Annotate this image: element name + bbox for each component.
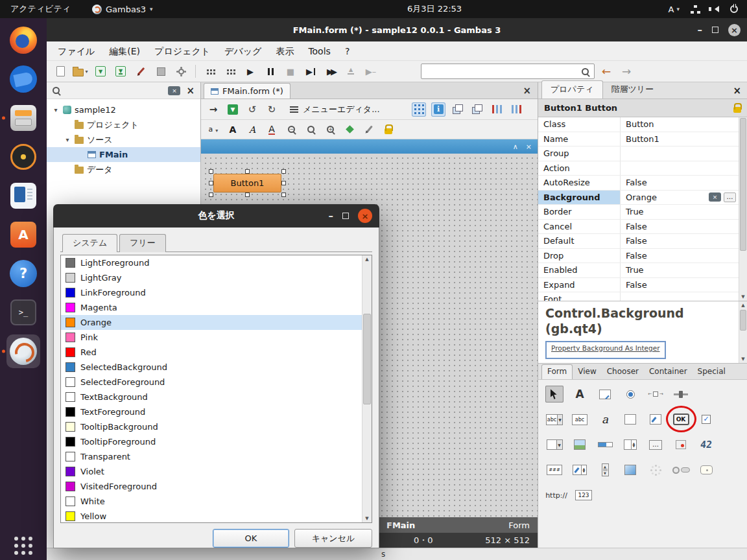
help-scrollbar[interactable] [739, 301, 747, 363]
save-form-button[interactable] [226, 102, 240, 117]
property-row[interactable]: Expand False [538, 278, 739, 293]
project-properties-button[interactable] [172, 63, 189, 80]
spacing-tool[interactable] [646, 386, 665, 402]
color-list-item[interactable]: SelectedBackground [61, 360, 362, 375]
search-icon[interactable] [582, 68, 589, 75]
valuebox-tool[interactable] [571, 461, 589, 478]
show-info-toggle[interactable]: i [431, 102, 445, 117]
nav-forward-button[interactable] [618, 63, 635, 80]
align-left-button[interactable] [490, 102, 504, 117]
scroll-down-icon[interactable] [739, 355, 747, 363]
property-row[interactable]: Name Button1 [538, 132, 739, 147]
forward-button[interactable] [322, 63, 339, 80]
panel-tab[interactable]: 階層ツリー [603, 81, 663, 99]
dock-gambas[interactable] [0, 332, 47, 371]
toolbox-tab[interactable]: Special [693, 365, 731, 379]
scrollbar-thumb[interactable] [740, 118, 746, 251]
color-list-item[interactable]: Violet [61, 464, 362, 479]
resize-handle[interactable] [281, 192, 286, 197]
property-value[interactable]: Button1 [621, 132, 739, 146]
undo-button[interactable] [245, 102, 259, 117]
color-list-item[interactable]: LightForeground [61, 255, 362, 270]
designed-form-titlebar[interactable] [201, 139, 538, 154]
property-value[interactable]: False [621, 249, 739, 263]
clear-filter-icon[interactable] [168, 86, 180, 95]
run-button[interactable] [242, 63, 259, 80]
dialog-tab[interactable]: フリー [119, 234, 166, 252]
zoom-in-button[interactable]: + [323, 122, 337, 137]
tree-root-sample12[interactable]: sample12 [47, 102, 200, 117]
button1-widget[interactable]: Button1 [213, 174, 281, 192]
tree-node[interactable]: プロジェクト [47, 117, 200, 132]
dialog-tab[interactable]: システム [62, 234, 117, 252]
selection[interactable]: Button1 [209, 169, 286, 197]
color-list-item[interactable]: Red [61, 345, 362, 360]
power-icon[interactable] [730, 5, 738, 13]
search-input[interactable] [421, 65, 582, 78]
color-list-item[interactable]: SelectedForeground [61, 375, 362, 390]
dock-terminal[interactable] [0, 293, 47, 332]
color-list-item[interactable]: Pink [61, 330, 362, 345]
color-list-item[interactable]: TextForeground [61, 404, 362, 419]
align-right-button[interactable] [509, 102, 523, 117]
menu-item[interactable]: Tools [301, 41, 338, 61]
property-value[interactable]: False [621, 176, 739, 190]
spinbox-tool[interactable] [621, 436, 639, 453]
color-list-item[interactable]: TextBackground [61, 390, 362, 404]
toolbox-tab[interactable]: Container [644, 365, 693, 379]
balloon-tool[interactable] [697, 461, 715, 478]
menu-item[interactable]: ? [338, 41, 357, 61]
bold-button[interactable]: A [226, 122, 240, 137]
dock-help[interactable] [0, 254, 47, 293]
property-value[interactable] [621, 146, 739, 161]
dock-files[interactable] [0, 99, 47, 137]
nav-back-button[interactable] [598, 63, 615, 80]
label-tool[interactable]: A [571, 386, 589, 402]
toolbox-tab[interactable]: View [573, 365, 601, 379]
spinner-tool[interactable] [646, 461, 665, 478]
progressbar-tool[interactable] [596, 436, 614, 453]
property-scrollbar[interactable] [739, 117, 747, 301]
property-row[interactable]: Font [538, 292, 739, 301]
menu-item[interactable]: 表示 [268, 41, 301, 61]
menu-editor-button[interactable]: メニューエディタ... [284, 102, 386, 117]
make-executable-button[interactable] [152, 63, 169, 80]
resize-handle[interactable] [209, 169, 213, 174]
property-value[interactable] [621, 161, 739, 176]
property-value[interactable]: False [621, 278, 739, 292]
close-button[interactable] [358, 209, 372, 223]
maskbox-tool[interactable]: ### [545, 461, 563, 478]
clear-value-icon[interactable] [709, 192, 721, 202]
stop-button[interactable] [282, 63, 299, 80]
expander-icon[interactable] [52, 106, 60, 113]
close-tab-icon[interactable] [523, 85, 531, 97]
resize-handle[interactable] [245, 169, 250, 174]
color-list-item[interactable]: Transparent [61, 449, 362, 464]
resize-handle[interactable] [281, 169, 286, 174]
save-all-button[interactable] [112, 63, 129, 80]
property-row[interactable]: Background Orange [538, 191, 739, 205]
dock-thunderbird[interactable] [0, 60, 47, 99]
minimize-button[interactable] [698, 24, 703, 36]
property-row[interactable]: Action [538, 161, 739, 176]
picturebox-tool[interactable] [571, 436, 589, 453]
scroll-up-icon[interactable] [739, 301, 747, 309]
combobox-edit-tool[interactable]: abc [545, 411, 563, 428]
save-project-button[interactable] [92, 63, 109, 80]
scrollbar-thumb[interactable] [740, 310, 746, 331]
more-button[interactable] [724, 192, 736, 202]
tree-node[interactable]: FMain [47, 147, 200, 162]
search-icon[interactable] [53, 87, 60, 94]
maximize-button[interactable] [342, 213, 349, 219]
color-list-item[interactable]: Orange [61, 315, 362, 330]
zoom-reset-button[interactable] [303, 122, 318, 137]
property-row[interactable]: Group [538, 146, 739, 161]
open-project-button[interactable] [72, 63, 89, 80]
radiobutton-tool[interactable] [621, 386, 639, 402]
finish-button[interactable] [342, 63, 359, 80]
menu-item[interactable]: 編集(E) [102, 41, 147, 61]
property-row[interactable]: Drop False [538, 249, 739, 264]
color-list-item[interactable]: Yellow [61, 509, 362, 523]
color-list-item[interactable]: TooltipForeground [61, 434, 362, 449]
collapse-icon[interactable] [513, 143, 518, 151]
